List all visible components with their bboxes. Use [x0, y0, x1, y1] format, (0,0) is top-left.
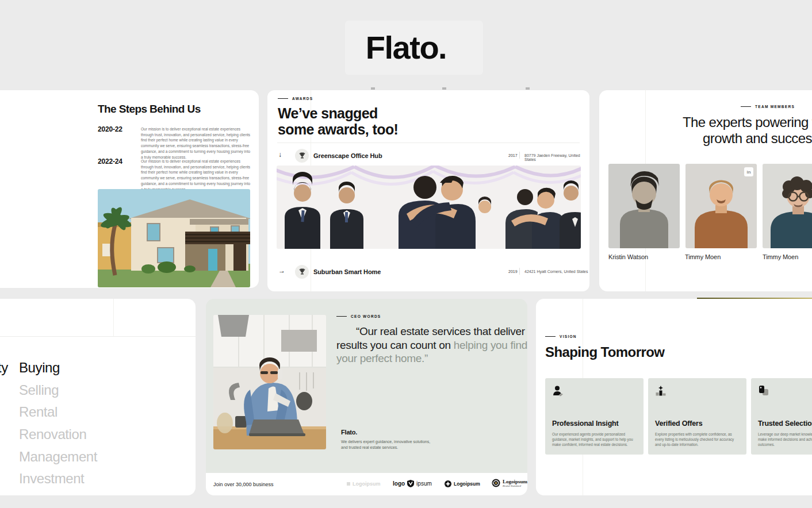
service-item-renovation[interactable]: Renovation [19, 426, 86, 442]
award-location: 80779 Jaeden Freeway, United States [524, 153, 589, 161]
team-photo [608, 164, 680, 248]
feature-card: Verified Offers Explore properties with … [648, 378, 746, 455]
service-item-buying[interactable]: Buying [19, 360, 60, 376]
award-year: 2019 [508, 270, 518, 274]
podium-icon [655, 385, 667, 397]
team-card: TEAM MEMBERS The experts powering your g… [599, 90, 812, 291]
steps-card: The Steps Behind Us 2020-22 Our mission … [0, 90, 259, 288]
feature-description: Our experienced agents provide personali… [552, 432, 636, 447]
shield-icon [407, 480, 414, 487]
logo-logoipsum-shield: logo ipsum [393, 480, 432, 487]
logo-logoipsum-star: Logoipsum [445, 480, 480, 487]
team-photo [763, 164, 812, 248]
top-edge-mark [526, 87, 530, 90]
feature-title: Trusted Selections [758, 420, 812, 428]
brand-logo: Flato. [0, 29, 812, 66]
timeline-period: 2022-24 [98, 157, 122, 166]
ceo-quote: “Our real estate services that deliver r… [336, 325, 527, 365]
vision-card: VISION Shaping Tomorrow Professional Ins… [536, 299, 812, 495]
member-name: Timmy Moen [685, 253, 721, 260]
separator [519, 268, 520, 275]
person-icon [552, 385, 564, 397]
award-title: Suburban Smart Home [313, 268, 381, 275]
logos-bar: Join over 30,000 business Logoipsum logo… [206, 473, 527, 495]
feature-description: Leverage our deep market knowledge and s… [758, 432, 812, 447]
award-location: 42421 Hyatt Corners, United States [524, 270, 588, 274]
awards-card: AWARDS We’ve snagged some awards, too! ↓… [267, 90, 589, 291]
house-photo [98, 189, 250, 287]
award-title: Greenscape Office Hub [313, 152, 382, 159]
services-card: ty Buying Selling Rental Renovation Mana… [0, 299, 196, 495]
top-edge-mark [371, 87, 375, 90]
eyebrow-dash-icon [336, 316, 347, 317]
vision-heading: Shaping Tomorrow [545, 344, 664, 360]
member-name: Timmy Moen [763, 253, 798, 260]
feature-card: Professional Insight Our experienced age… [545, 378, 644, 455]
feature-description: Explore properties with complete confide… [655, 432, 739, 447]
down-arrow-icon[interactable]: ↓ [278, 151, 282, 159]
vision-eyebrow: VISION [545, 334, 577, 338]
team-eyebrow: TEAM MEMBERS [741, 105, 795, 109]
team-photo: in [685, 164, 757, 248]
brand-name: Flato. [341, 429, 357, 436]
brand-description: We delivers expert guidance, innovative … [341, 439, 432, 451]
ceo-card: CEO WORDS “Our real estate services that… [206, 299, 527, 495]
timeline-period: 2020-22 [98, 125, 122, 133]
service-item-selling[interactable]: Selling [19, 382, 59, 398]
separator [519, 152, 520, 159]
steps-heading: The Steps Behind Us [98, 103, 201, 116]
feature-title: Verified Offers [655, 420, 702, 428]
right-arrow-icon[interactable]: → [278, 267, 285, 275]
service-item-management[interactable]: Management [19, 449, 97, 465]
awards-photo [277, 166, 581, 249]
page: Flato. The Steps Behind Us 2020-22 Our m… [0, 0, 812, 508]
grid-guide-line [0, 336, 196, 337]
award-row[interactable]: → Suburban Smart Home 2019 42421 Hyatt C… [267, 260, 589, 285]
trophy-icon [295, 265, 309, 279]
eyebrow-dash-icon [278, 98, 288, 99]
feature-card: Trusted Selections Leverage our deep mar… [751, 378, 812, 455]
tags-icon [758, 385, 769, 397]
feature-title: Professional Insight [552, 420, 618, 428]
awards-eyebrow: AWARDS [278, 97, 313, 101]
award-year: 2017 [508, 153, 518, 157]
team-heading-line1: The experts powering your [683, 114, 812, 130]
awards-heading-line2: some awards, too! [278, 121, 398, 138]
logo-square-icon [347, 482, 350, 486]
logo-logoipsum-brand-standard: Logoipsum Brand Standard [492, 479, 527, 487]
join-text: Join over 30,000 business [213, 482, 274, 487]
grid-guide-line [113, 299, 114, 336]
service-item-partial: ty [0, 360, 8, 376]
ceo-eyebrow: CEO WORDS [336, 314, 381, 318]
top-edge-mark [442, 87, 446, 90]
eyebrow-dash-icon [741, 106, 751, 107]
awards-heading-line1: We’ve snagged [278, 105, 378, 122]
logo-logoipsum-faded: Logoipsum [347, 481, 381, 487]
trophy-icon [295, 149, 309, 163]
divider [277, 143, 580, 143]
eyebrow-dash-icon [545, 336, 556, 337]
rings-icon [492, 479, 500, 487]
service-item-investment[interactable]: Investment [19, 471, 84, 487]
member-name: Kristin Watson [608, 253, 648, 260]
team-heading-line2: growth and success [703, 130, 812, 147]
linkedin-badge[interactable]: in [744, 167, 753, 176]
ceo-photo [213, 315, 326, 449]
timeline-text: Our mission is to deliver exceptional re… [141, 126, 251, 160]
service-item-rental[interactable]: Rental [19, 404, 58, 420]
star-circle-icon [445, 480, 451, 487]
timeline-text: Our mission is to deliver exceptional re… [141, 159, 251, 192]
